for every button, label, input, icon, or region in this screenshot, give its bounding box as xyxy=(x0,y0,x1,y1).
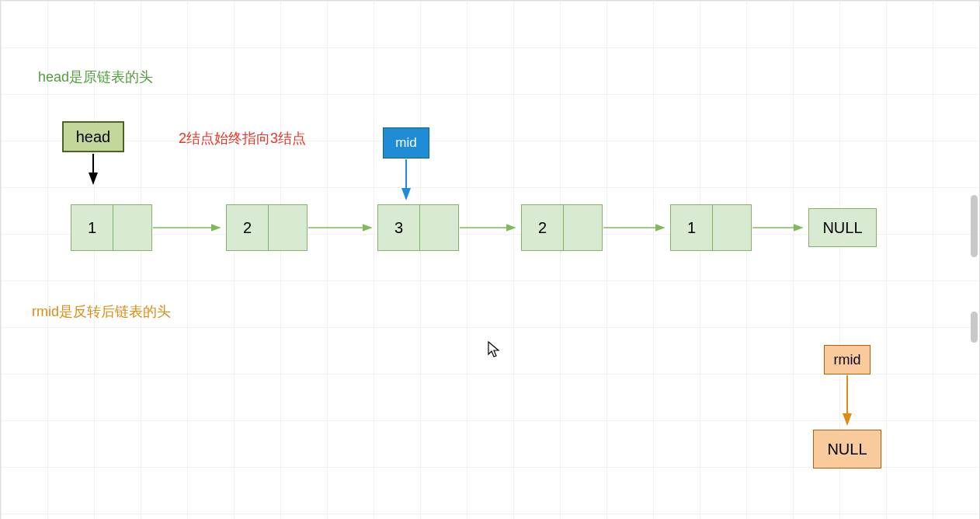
node-next xyxy=(269,204,308,251)
list-node: 1 xyxy=(71,204,152,251)
red-note: 2结点始终指向3结点 xyxy=(179,129,306,148)
node-value: 3 xyxy=(377,204,420,251)
node-value: 2 xyxy=(521,204,564,251)
rmid-pointer-label: rmid xyxy=(834,352,861,368)
node-next xyxy=(713,204,752,251)
scrollbar-thumb[interactable] xyxy=(971,312,978,343)
node-next xyxy=(420,204,459,251)
list-node: 3 xyxy=(377,204,459,251)
node-next xyxy=(564,204,603,251)
node-value: 2 xyxy=(226,204,269,251)
rmid-description: rmid是反转后链表的头 xyxy=(32,302,171,321)
scrollbar-thumb[interactable] xyxy=(971,195,978,257)
list-node: 2 xyxy=(521,204,603,251)
mid-pointer-label: mid xyxy=(395,135,416,151)
node-value: 1 xyxy=(670,204,713,251)
null-terminal: NULL xyxy=(808,208,877,247)
node-value: 1 xyxy=(71,204,113,251)
null-label: NULL xyxy=(822,219,862,237)
null-label-orange: NULL xyxy=(827,441,867,458)
list-node: 2 xyxy=(226,204,308,251)
diagram-canvas[interactable]: head是原链表的头 2结点始终指向3结点 rmid是反转后链表的头 head … xyxy=(0,0,980,519)
null-terminal-orange: NULL xyxy=(813,430,881,468)
head-pointer-label: head xyxy=(76,128,111,146)
list-node: 1 xyxy=(670,204,752,251)
node-next xyxy=(113,204,152,251)
mid-pointer-box: mid xyxy=(383,127,429,158)
head-description: head是原链表的头 xyxy=(38,68,153,86)
head-pointer-box: head xyxy=(62,121,124,152)
cursor-icon xyxy=(488,341,502,362)
rmid-pointer-box: rmid xyxy=(824,345,871,374)
